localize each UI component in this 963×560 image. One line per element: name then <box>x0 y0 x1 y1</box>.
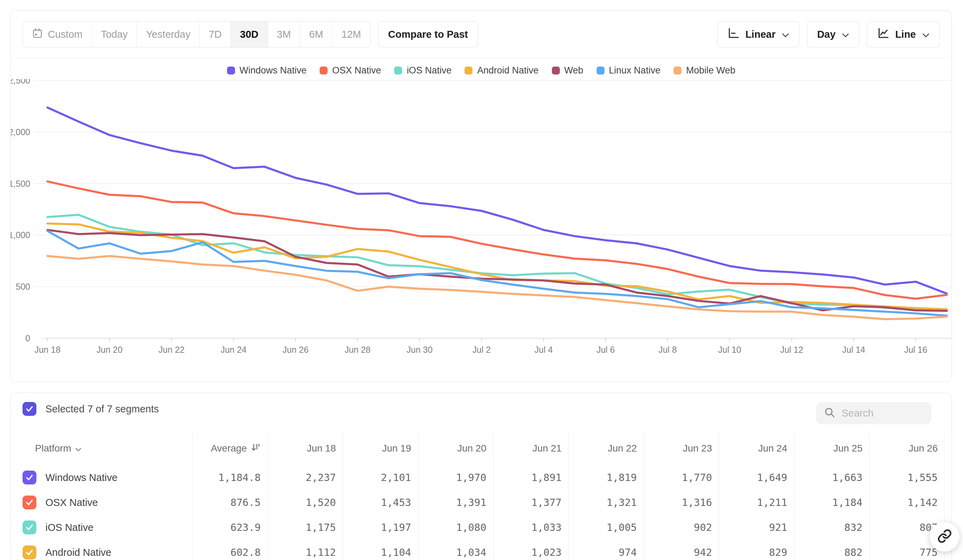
cell-value: 876.5 <box>230 497 261 508</box>
scale-select-button[interactable]: Linear <box>717 21 799 47</box>
date-range-label: Today <box>101 29 128 40</box>
legend-item[interactable]: OSX Native <box>319 65 381 76</box>
cell-value: 623.9 <box>230 521 261 533</box>
legend-item[interactable]: Mobile Web <box>674 65 735 76</box>
legend-label: Mobile Web <box>686 65 735 76</box>
svg-text:Jun 20: Jun 20 <box>96 345 122 354</box>
table-header: PlatformAverageJun 18Jun 19Jun 20Jun 21J… <box>11 432 952 465</box>
legend-label: Android Native <box>477 65 538 76</box>
table-controls: Selected 7 of 7 segments <box>11 393 952 432</box>
row-checkbox[interactable] <box>23 545 36 559</box>
svg-text:Jul 4: Jul 4 <box>535 345 553 354</box>
date-range-12m[interactable]: 12M <box>332 21 370 47</box>
svg-text:2,500: 2,500 <box>11 79 30 85</box>
table-row: OSX Native876.51,5201,4531,3911,3771,321… <box>11 490 952 515</box>
legend-item[interactable]: Windows Native <box>227 65 307 76</box>
svg-text:Jul 2: Jul 2 <box>472 345 491 354</box>
segments-table-card: Selected 7 of 7 segments PlatformAverage… <box>10 393 952 560</box>
series-line-mobile-web[interactable] <box>47 256 947 319</box>
table-row: Android Native602.81,1121,1041,0341,0239… <box>11 540 952 560</box>
date-range-today[interactable]: Today <box>92 21 137 47</box>
series-line-web[interactable] <box>47 230 947 311</box>
interval-select-button[interactable]: Day <box>807 21 859 47</box>
legend-item[interactable]: Linux Native <box>597 65 661 76</box>
legend-swatch <box>319 66 327 74</box>
search-input[interactable] <box>842 408 925 419</box>
row-platform-label: Windows Native <box>45 472 118 484</box>
date-range-6m[interactable]: 6M <box>300 21 332 47</box>
cell-value: 921 <box>769 521 787 533</box>
column-header-jun-22[interactable]: Jun 22 <box>569 432 644 465</box>
chart-legend: Windows NativeOSX NativeiOS NativeAndroi… <box>11 62 952 78</box>
column-header-jun-20[interactable]: Jun 20 <box>418 432 493 465</box>
cell-value: 1,175 <box>306 521 336 533</box>
svg-text:1,500: 1,500 <box>11 179 30 189</box>
legend-item[interactable]: Web <box>552 65 584 76</box>
cell-value: 1,555 <box>908 472 938 484</box>
svg-text:0: 0 <box>25 333 30 343</box>
legend-swatch <box>552 66 560 74</box>
column-header-jun-25[interactable]: Jun 25 <box>794 432 869 465</box>
column-header-jun-23[interactable]: Jun 23 <box>644 432 719 465</box>
legend-item[interactable]: Android Native <box>465 65 538 76</box>
column-header-platform[interactable]: Platform <box>11 432 192 465</box>
row-checkbox[interactable] <box>23 495 36 510</box>
series-line-android-native[interactable] <box>47 223 947 309</box>
cell-value: 1,649 <box>757 472 787 484</box>
cell-value: 1,316 <box>682 497 712 508</box>
chevron-down-icon <box>75 443 81 454</box>
column-header-jun-26[interactable]: Jun 26 <box>869 432 945 465</box>
column-header-average[interactable]: Average <box>192 432 268 465</box>
svg-text:Jun 28: Jun 28 <box>345 345 371 354</box>
svg-text:Jul 12: Jul 12 <box>780 345 803 354</box>
row-platform-label: OSX Native <box>45 497 98 508</box>
chevron-down-icon <box>842 29 849 40</box>
column-header-jun-19[interactable]: Jun 19 <box>343 432 418 465</box>
column-header-jun-18[interactable]: Jun 18 <box>268 432 343 465</box>
series-line-windows-native[interactable] <box>47 107 947 293</box>
chevron-down-icon <box>922 29 930 40</box>
date-range-yesterday[interactable]: Yesterday <box>137 21 200 47</box>
table-row: iOS Native623.91,1751,1971,0801,0331,005… <box>11 515 952 540</box>
compare-to-past-button[interactable]: Compare to Past <box>378 21 478 47</box>
svg-text:500: 500 <box>16 282 30 291</box>
legend-label: iOS Native <box>407 65 451 76</box>
cell-value: 1,005 <box>606 521 637 533</box>
column-header-jun-24[interactable]: Jun 24 <box>719 432 794 465</box>
cell-value: 2,101 <box>381 472 411 484</box>
row-checkbox[interactable] <box>23 471 36 484</box>
date-range-custom[interactable]: Custom <box>23 21 92 47</box>
cell-value: 1,391 <box>456 497 486 508</box>
line-chart[interactable]: 05001,0001,5002,0002,500Jun 18Jun 20Jun … <box>11 79 952 356</box>
date-range-7d[interactable]: 7D <box>200 21 231 47</box>
date-range-label: 6M <box>309 29 323 40</box>
cell-value: 1,891 <box>532 472 562 484</box>
cell-value: 942 <box>694 547 712 558</box>
cell-value: 1,033 <box>532 521 562 533</box>
series-line-osx-native[interactable] <box>47 181 947 299</box>
cell-value: 1,453 <box>381 497 411 508</box>
cell-value: 1,211 <box>757 497 787 508</box>
svg-text:2,000: 2,000 <box>11 127 30 137</box>
date-range-label: 12M <box>342 29 361 40</box>
svg-text:Jul 6: Jul 6 <box>597 345 615 354</box>
legend-label: Web <box>564 65 584 76</box>
date-range-30d[interactable]: 30D <box>231 21 268 47</box>
cell-value: 1,970 <box>456 472 486 484</box>
chart-type-select-button[interactable]: Line <box>867 21 940 47</box>
date-range-3m[interactable]: 3M <box>268 21 300 47</box>
copy-link-button[interactable] <box>930 522 960 552</box>
select-all-checkbox[interactable] <box>23 402 36 416</box>
column-header-jun-21[interactable]: Jun 21 <box>493 432 569 465</box>
linear-axis-icon <box>727 27 740 42</box>
legend-item[interactable]: iOS Native <box>394 65 451 76</box>
table-row: Windows Native1,184.82,2372,1011,9701,89… <box>11 465 952 490</box>
search-box[interactable] <box>816 402 931 424</box>
date-range-label: Yesterday <box>146 29 190 40</box>
row-checkbox[interactable] <box>23 521 36 534</box>
cell-value: 1,663 <box>832 472 862 484</box>
svg-text:Jul 14: Jul 14 <box>842 345 865 354</box>
date-range-control: CustomTodayYesterday7D30D3M6M12M <box>23 21 371 47</box>
platform-header-label: Platform <box>35 443 71 454</box>
chart-type-select-label: Line <box>895 29 916 40</box>
